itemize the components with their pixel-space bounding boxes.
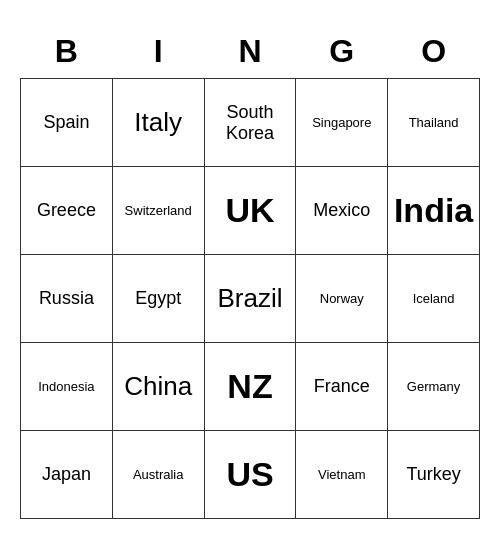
bingo-header-row: BINGO (21, 25, 480, 79)
bingo-cell-r0-c1: Italy (112, 79, 204, 167)
header-cell-o: O (388, 25, 480, 79)
bingo-body: SpainItalySouth KoreaSingaporeThailandGr… (21, 79, 480, 519)
bingo-cell-r1-c1: Switzerland (112, 167, 204, 255)
bingo-cell-r2-c0: Russia (21, 255, 113, 343)
header-cell-i: I (112, 25, 204, 79)
bingo-cell-r3-c3: France (296, 343, 388, 431)
bingo-cell-r1-c3: Mexico (296, 167, 388, 255)
bingo-cell-r2-c3: Norway (296, 255, 388, 343)
bingo-cell-r4-c4: Turkey (388, 431, 480, 519)
bingo-cell-r0-c0: Spain (21, 79, 113, 167)
bingo-cell-r3-c1: China (112, 343, 204, 431)
bingo-cell-r1-c4: India (388, 167, 480, 255)
header-cell-g: G (296, 25, 388, 79)
bingo-cell-r0-c2: South Korea (204, 79, 296, 167)
bingo-row-3: IndonesiaChinaNZFranceGermany (21, 343, 480, 431)
bingo-cell-r0-c4: Thailand (388, 79, 480, 167)
bingo-row-0: SpainItalySouth KoreaSingaporeThailand (21, 79, 480, 167)
bingo-row-1: GreeceSwitzerlandUKMexicoIndia (21, 167, 480, 255)
bingo-cell-r3-c0: Indonesia (21, 343, 113, 431)
bingo-cell-r2-c4: Iceland (388, 255, 480, 343)
bingo-cell-r2-c2: Brazil (204, 255, 296, 343)
bingo-cell-r4-c1: Australia (112, 431, 204, 519)
bingo-card: BINGO SpainItalySouth KoreaSingaporeThai… (20, 25, 480, 519)
bingo-cell-r4-c3: Vietnam (296, 431, 388, 519)
bingo-cell-r0-c3: Singapore (296, 79, 388, 167)
bingo-cell-r2-c1: Egypt (112, 255, 204, 343)
bingo-cell-r1-c0: Greece (21, 167, 113, 255)
bingo-row-2: RussiaEgyptBrazilNorwayIceland (21, 255, 480, 343)
bingo-row-4: JapanAustraliaUSVietnamTurkey (21, 431, 480, 519)
bingo-cell-r4-c0: Japan (21, 431, 113, 519)
header-cell-b: B (21, 25, 113, 79)
bingo-cell-r3-c2: NZ (204, 343, 296, 431)
bingo-cell-r4-c2: US (204, 431, 296, 519)
bingo-cell-r3-c4: Germany (388, 343, 480, 431)
bingo-cell-r1-c2: UK (204, 167, 296, 255)
header-cell-n: N (204, 25, 296, 79)
